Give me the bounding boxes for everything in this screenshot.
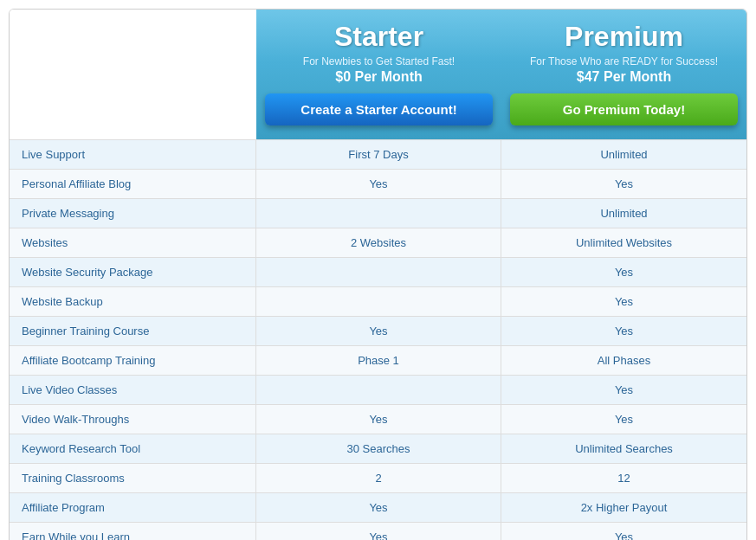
table-row: Training Classrooms212 [10,463,746,492]
table-row: Live Video ClassesYes [10,375,746,404]
premium-value: Yes [501,170,746,198]
starter-value: 2 Websites [256,228,501,257]
premium-value: Unlimited [501,140,746,169]
table-row: Keyword Research Tool30 SearchesUnlimite… [10,434,746,463]
starter-value: Phase 1 [256,346,501,375]
premium-header: Premium For Those Who are READY for Succ… [501,10,746,139]
feature-label: Live Support [10,140,256,169]
header-empty-cell [10,10,256,139]
feature-label: Affiliate Bootcamp Training [10,346,256,375]
premium-value: Yes [501,317,746,345]
premium-subtitle: For Those Who are READY for Success! [510,55,738,68]
table-row: Live SupportFirst 7 DaysUnlimited [10,139,746,169]
table-row: Personal Affiliate BlogYesYes [10,169,746,198]
premium-value: 12 [501,464,746,492]
starter-subtitle: For Newbies to Get Started Fast! [265,55,493,68]
starter-value: Yes [256,493,501,522]
feature-label: Video Walk-Throughs [10,405,256,434]
starter-value: First 7 Days [256,140,501,169]
feature-label: Personal Affiliate Blog [10,170,256,198]
table-row: Video Walk-ThroughsYesYes [10,404,746,434]
features-container: Live SupportFirst 7 DaysUnlimitedPersona… [10,139,746,540]
starter-plan-name: Starter [265,22,493,52]
starter-value [256,199,501,228]
starter-value: 2 [256,464,501,492]
feature-label: Websites [10,228,256,257]
pricing-table: Starter For Newbies to Get Started Fast!… [9,9,747,540]
table-row: Website Security PackageYes [10,257,746,286]
starter-value [256,376,501,404]
starter-header: Starter For Newbies to Get Started Fast!… [256,10,501,139]
premium-value: Yes [501,287,746,316]
table-row: Affiliate Bootcamp TrainingPhase 1All Ph… [10,345,746,375]
premium-value: Unlimited Websites [501,228,746,257]
table-row: Beginner Training CourseYesYes [10,316,746,345]
table-row: Websites2 WebsitesUnlimited Websites [10,228,746,257]
premium-value: Unlimited Searches [501,434,746,463]
premium-value: Unlimited [501,199,746,228]
table-row: Website BackupYes [10,286,746,316]
premium-value: Yes [501,523,746,540]
feature-label: Earn While you Learn [10,523,256,540]
feature-label: Live Video Classes [10,376,256,404]
feature-label: Affiliate Program [10,493,256,522]
feature-label: Keyword Research Tool [10,434,256,463]
table-row: Affiliate ProgramYes2x Higher Payout [10,492,746,522]
feature-label: Website Backup [10,287,256,316]
premium-value: 2x Higher Payout [501,493,746,522]
feature-label: Training Classrooms [10,464,256,492]
premium-value: Yes [501,376,746,404]
table-row: Earn While you LearnYesYes [10,522,746,540]
premium-price: $47 Per Month [510,69,738,85]
header-row: Starter For Newbies to Get Started Fast!… [10,10,746,139]
starter-value [256,287,501,316]
starter-value: Yes [256,317,501,345]
feature-label: Private Messaging [10,199,256,228]
premium-plan-name: Premium [510,22,738,52]
table-row: Private MessagingUnlimited [10,198,746,228]
starter-price: $0 Per Month [265,69,493,85]
starter-value: Yes [256,405,501,434]
starter-value: 30 Searches [256,434,501,463]
premium-value: Yes [501,258,746,286]
premium-value: Yes [501,405,746,434]
create-starter-button[interactable]: Create a Starter Account! [265,93,493,125]
starter-value [256,258,501,286]
feature-label: Website Security Package [10,258,256,286]
starter-value: Yes [256,523,501,540]
go-premium-button[interactable]: Go Premium Today! [510,93,738,125]
premium-value: All Phases [501,346,746,375]
starter-value: Yes [256,170,501,198]
feature-label: Beginner Training Course [10,317,256,345]
